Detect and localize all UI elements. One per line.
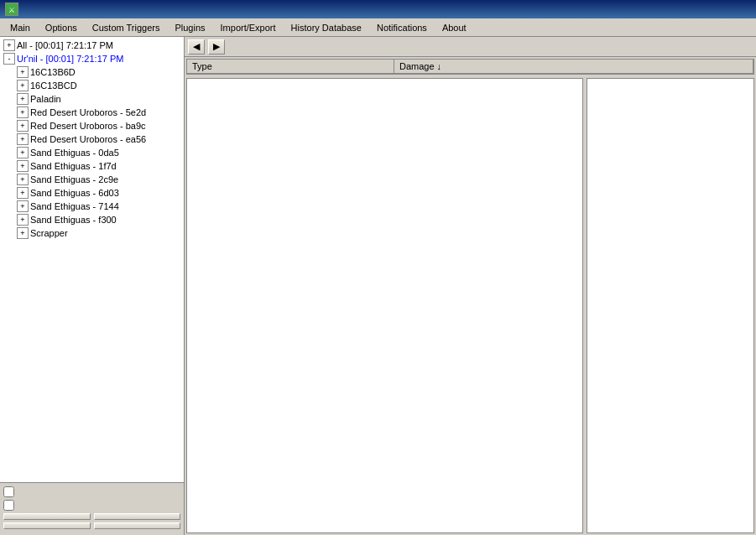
disable-autorefresh-input[interactable]	[3, 500, 14, 511]
tree-node-label: Ur'nil - [00:01] 7:21:17 PM	[17, 54, 123, 64]
tree-node-label: Paladin	[30, 94, 61, 104]
tree-node[interactable]: +Paladin	[0, 92, 184, 106]
menu-item-custom-triggers[interactable]: Custom Triggers	[86, 21, 167, 34]
tree-node-label: 16C13BCD	[30, 81, 77, 91]
tree-node-label: Sand Ethiguas - 1f7d	[30, 161, 117, 171]
nav-bar: ◀ ▶	[185, 37, 756, 57]
expand-icon[interactable]: +	[17, 106, 29, 118]
right-panel: ◀ ▶ Type Damage	[185, 37, 756, 535]
tree-node-label: Sand Ethiguas - 2c9e	[30, 174, 118, 184]
menu-item-options[interactable]: Options	[39, 21, 84, 34]
expand-icon[interactable]: +	[17, 200, 29, 212]
pie-container	[186, 78, 583, 533]
tree-node[interactable]: +Sand Ethiguas - 0da5	[0, 146, 184, 159]
tree-node[interactable]: +Red Desert Uroboros - ea56	[0, 132, 184, 146]
tree-node-label: 16C13B6D	[30, 67, 76, 77]
damage-table: Type Damage	[187, 60, 753, 74]
col-type[interactable]: Type	[187, 60, 394, 74]
tree-node[interactable]: +Sand Ethiguas - 6d03	[0, 186, 184, 200]
tree-node[interactable]: +Sand Ethiguas - f300	[0, 213, 184, 226]
expand-icon[interactable]: +	[17, 66, 29, 78]
tree-node[interactable]: +Sand Ethiguas - 1f7d	[0, 159, 184, 173]
tree-container[interactable]: +All - [00:01] 7:21:17 PM-Ur'nil - [00:0…	[0, 37, 184, 482]
tree-node-label: Red Desert Uroboros - ba9c	[30, 121, 146, 131]
app-icon: ⚔	[5, 3, 18, 16]
main-layout: +All - [00:01] 7:21:17 PM-Ur'nil - [00:0…	[0, 37, 756, 535]
chart-area	[186, 78, 754, 533]
expand-icon[interactable]: +	[17, 174, 29, 185]
expand-icon[interactable]: +	[17, 120, 29, 132]
btn-row-2	[3, 522, 180, 529]
expand-icon[interactable]: +	[17, 147, 29, 158]
table-header: Type Damage	[187, 60, 753, 74]
forward-button[interactable]: ▶	[208, 39, 225, 55]
menu-item-notifications[interactable]: Notifications	[370, 21, 434, 34]
menu-item-import/export[interactable]: Import/Export	[214, 21, 283, 34]
expand-icon[interactable]: +	[17, 80, 29, 91]
refresh-list-button[interactable]	[3, 522, 91, 529]
expand-icon[interactable]: +	[17, 187, 29, 199]
legend-container[interactable]	[587, 78, 754, 533]
title-bar: ⚔	[0, 0, 756, 18]
tree-node[interactable]: -Ur'nil - [00:01] 7:21:17 PM	[0, 52, 184, 65]
tree-node-label: Sand Ethiguas - 7144	[30, 201, 119, 211]
left-panel: +All - [00:01] 7:21:17 PM-Ur'nil - [00:0…	[0, 37, 185, 535]
clear-encounters-button[interactable]	[94, 522, 181, 529]
expand-icon[interactable]: -	[3, 53, 15, 65]
back-button[interactable]: ◀	[188, 39, 205, 55]
end-encounter-button[interactable]	[94, 513, 181, 520]
btn-row-1	[3, 513, 180, 520]
tree-node-label: Sand Ethiguas - 0da5	[30, 148, 119, 158]
expand-icon[interactable]: +	[17, 160, 29, 172]
tree-node[interactable]: +All - [00:01] 7:21:17 PM	[0, 39, 184, 52]
tree-node[interactable]: +Sand Ethiguas - 7144	[0, 200, 184, 213]
expand-icon[interactable]: +	[17, 93, 29, 105]
expand-icon[interactable]: +	[17, 214, 29, 226]
search-button[interactable]	[3, 513, 91, 520]
tree-node-label: Sand Ethiguas - f300	[30, 215, 117, 225]
expand-icon[interactable]: +	[3, 39, 15, 51]
menu-item-history-database[interactable]: History Database	[284, 21, 368, 34]
tree-node[interactable]: +Scrapper	[0, 226, 184, 240]
tree-node[interactable]: +16C13B6D	[0, 65, 184, 79]
tree-node[interactable]: +16C13BCD	[0, 79, 184, 92]
tree-node[interactable]: +Red Desert Uroboros - ba9c	[0, 119, 184, 132]
data-area: Type Damage	[185, 57, 756, 535]
pie-chart-svg	[293, 216, 477, 400]
expand-icon[interactable]: +	[17, 133, 29, 145]
tree-node[interactable]: +Sand Ethiguas - 2c9e	[0, 173, 184, 186]
col-damage[interactable]: Damage	[394, 60, 753, 74]
left-controls	[0, 482, 184, 535]
tree-node-label: Scrapper	[30, 228, 68, 238]
tree-node-label: Sand Ethiguas - 6d03	[30, 188, 119, 198]
show-checkboxes-input[interactable]	[3, 486, 14, 497]
data-table-container[interactable]: Type Damage	[186, 59, 754, 75]
menu-item-main[interactable]: Main	[3, 21, 37, 34]
expand-icon[interactable]: +	[17, 227, 29, 239]
tree-node[interactable]: +Red Desert Uroboros - 5e2d	[0, 106, 184, 119]
disable-autorefresh-row	[3, 500, 180, 511]
pie-svg-wrapper	[190, 86, 579, 529]
show-checkboxes-row	[3, 486, 180, 497]
tree-node-label: Red Desert Uroboros - 5e2d	[30, 107, 146, 117]
menu-item-plugins[interactable]: Plugins	[168, 21, 211, 34]
tree-node-label: All - [00:01] 7:21:17 PM	[17, 40, 113, 50]
tree-node-label: Red Desert Uroboros - ea56	[30, 134, 146, 144]
menu-bar: MainOptionsCustom TriggersPluginsImport/…	[0, 18, 756, 37]
menu-item-about[interactable]: About	[435, 21, 473, 34]
